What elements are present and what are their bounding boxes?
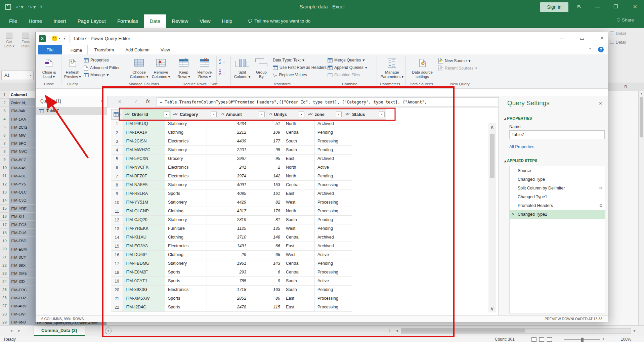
cell-order-id[interactable]: ITM-I2D4G	[123, 303, 165, 312]
close-button[interactable]: ✕	[633, 4, 637, 10]
cell-zone[interactable]: East	[283, 155, 315, 163]
excel-tab-page-layout[interactable]: Page Layout	[72, 14, 112, 28]
cell-status[interactable]: Archived	[315, 120, 352, 128]
cell-category[interactable]: Furniture	[165, 224, 207, 233]
cell-amount[interactable]: 3974	[207, 172, 249, 181]
cell-status[interactable]: Pending	[315, 172, 352, 181]
cell-unitys[interactable]: 135	[249, 224, 283, 233]
tab-splitter-handle[interactable]: ⁞⁞	[389, 328, 392, 332]
cell-category[interactable]: Clothing	[165, 233, 207, 242]
cell-amount[interactable]: 785	[207, 277, 249, 286]
cell-amount[interactable]: 1961	[207, 259, 249, 268]
select-all-corner[interactable]: ▾	[111, 109, 123, 120]
replace-values-button[interactable]: ¹⸝₂Replace Values	[273, 73, 307, 77]
cell-category[interactable]: Sports	[165, 277, 207, 286]
pq-tab-file[interactable]: File	[38, 45, 62, 54]
pq-tab-transform[interactable]: Transform	[90, 45, 119, 54]
cell-zone[interactable]: Central	[283, 181, 315, 189]
cell-order-id[interactable]: ITM-R8LRA	[123, 189, 165, 198]
row-number[interactable]: 3	[111, 137, 123, 146]
append-queries-button[interactable]: Append Queries ▾	[328, 65, 367, 70]
cell-status[interactable]: Archived	[315, 155, 352, 163]
cell-zone[interactable]: East	[283, 242, 315, 251]
cell-zone[interactable]: East	[283, 303, 315, 312]
cell-amount[interactable]: 2819	[207, 216, 249, 224]
cell-unitys[interactable]: 109	[249, 128, 283, 137]
cell-zone[interactable]: West	[283, 198, 315, 207]
data-source-settings-button[interactable]: ⚙ Data sourcesettings	[408, 56, 436, 79]
applied-step-changed-type2[interactable]: ✕Changed Type2	[510, 210, 605, 219]
cell-order-id[interactable]: ITM-CJQ20	[123, 216, 165, 224]
cell-amount[interactable]: 4234	[207, 120, 249, 128]
cell-category[interactable]: Electronics	[165, 137, 207, 146]
cell-status[interactable]: Archived	[315, 242, 352, 251]
cell-zone[interactable]: South	[283, 277, 315, 286]
cell-status[interactable]: Active	[315, 163, 352, 172]
cell-status[interactable]: Processing	[315, 294, 352, 303]
cell-unitys[interactable]: 81	[249, 216, 283, 224]
cell-amount[interactable]: 1718	[207, 286, 249, 294]
cell-status[interactable]: Pending	[315, 259, 352, 268]
row-number[interactable]: 18	[111, 268, 123, 277]
cell-amount[interactable]: 4085	[207, 189, 249, 198]
cell-unitys[interactable]: 51	[249, 120, 283, 128]
column-header-unitys[interactable]: 1²3Unitys▼	[266, 109, 306, 120]
applied-step-source[interactable]: Source	[510, 166, 605, 175]
share-button[interactable]: Share	[617, 17, 634, 23]
commit-formula-icon[interactable]: ✓	[134, 99, 138, 104]
cell-status[interactable]: Processing	[315, 207, 352, 216]
cell-unitys[interactable]: 148	[249, 233, 283, 242]
cell-unitys[interactable]: 143	[249, 259, 283, 268]
cell-order-id[interactable]: ITM-KI1AU	[123, 233, 165, 242]
chevron-down-icon[interactable]: ▾	[59, 37, 60, 40]
row-number[interactable]: 10	[111, 198, 123, 207]
row-number[interactable]: 12	[111, 216, 123, 224]
filter-dropdown-icon[interactable]: ▼	[379, 112, 385, 117]
cell-amount[interactable]: 2852	[207, 294, 249, 303]
row-number[interactable]: 8	[111, 181, 123, 189]
cell-category[interactable]: Clothing	[165, 128, 207, 137]
hscroll-right-icon[interactable]: ►	[633, 329, 637, 333]
row-number[interactable]: 21	[111, 294, 123, 303]
pq-minimize-button[interactable]: —	[560, 36, 564, 41]
hscroll-left-icon[interactable]: ◄	[395, 329, 399, 333]
cell-amount[interactable]: 293	[207, 268, 249, 277]
cell-category[interactable]: Stationery	[165, 216, 207, 224]
excel-tab-home[interactable]: Home	[23, 14, 48, 28]
row-number[interactable]: 9	[111, 189, 123, 198]
cell-zone[interactable]: West	[283, 251, 315, 259]
remove-rows-button[interactable]: ✕ RemoveRows ▾	[194, 56, 215, 79]
cell-zone[interactable]: South	[283, 216, 315, 224]
filter-dropdown-icon[interactable]: ▼	[164, 112, 169, 117]
cell-status[interactable]: Pending	[315, 128, 352, 137]
cell-amount[interactable]: 3710	[207, 233, 249, 242]
manage-button[interactable]: Manage ▾	[84, 73, 109, 77]
new-source-button[interactable]: New Source ▾	[438, 58, 470, 63]
cell-order-id[interactable]: ITM-YY51M	[123, 198, 165, 207]
cell-order-id[interactable]: ITM-DU6IP	[123, 251, 165, 259]
cell-amount[interactable]: 4409	[207, 137, 249, 146]
cell-status[interactable]: Pending	[315, 286, 352, 294]
scroll-up-icon[interactable]: ∧	[488, 124, 496, 130]
cell-zone[interactable]: North	[283, 120, 315, 128]
scrollbar-thumb[interactable]	[401, 329, 525, 333]
cell-unitys[interactable]: 82	[249, 198, 283, 207]
cell-category[interactable]: Sports	[165, 268, 207, 277]
pq-tab-view[interactable]: View	[156, 45, 174, 54]
query-list-item-table7[interactable]: Table7	[36, 107, 107, 115]
row-number[interactable]: 2	[111, 128, 123, 137]
cell-unitys[interactable]: 66	[249, 242, 283, 251]
cell-zone[interactable]: East	[283, 189, 315, 198]
cell-category[interactable]: Electronics	[165, 242, 207, 251]
cell-amount[interactable]: 4091	[207, 181, 249, 189]
scrollbar-thumb[interactable]	[640, 97, 643, 137]
cell-amount[interactable]: 4429	[207, 198, 249, 207]
cell-status[interactable]: Processing	[315, 198, 352, 207]
cell-order-id[interactable]: ITM-QLCNP	[123, 207, 165, 216]
sign-in-button[interactable]: Sign in	[540, 2, 568, 12]
keep-rows-button[interactable]: ✓ KeepRows ▾	[175, 56, 193, 79]
pq-tab-add-column[interactable]: Add Column	[121, 45, 154, 54]
column-header-status[interactable]: AᴮCStatus▼	[343, 109, 386, 120]
excel-tab-help[interactable]: Help	[216, 14, 238, 28]
excel-tab-data[interactable]: Data	[144, 14, 166, 28]
